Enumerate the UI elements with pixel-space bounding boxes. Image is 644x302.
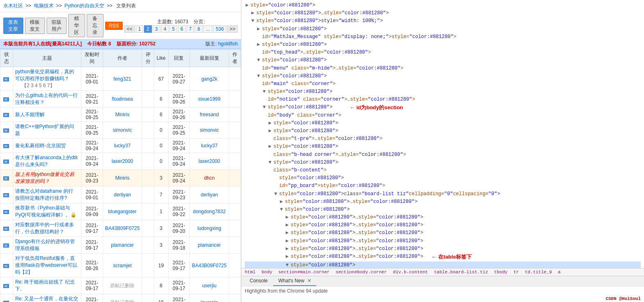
thread-author[interactable]: Miniris [103, 170, 142, 187]
thread-author[interactable]: lucky37 [103, 139, 142, 153]
breadcrumb-section[interactable]: 电脑技术 [34, 3, 54, 9]
tree-toggle[interactable]: ▶ [257, 41, 262, 49]
code-tree-line[interactable]: ▼style="color:#881280">class="b-content"… [245, 159, 641, 174]
page-last[interactable]: >> [227, 25, 238, 33]
code-tree-line[interactable]: style="color:#881280">id="pp_board">styl… [245, 174, 641, 190]
thread-title-link[interactable]: 新人不能理解 [15, 112, 45, 117]
code-tree-line[interactable]: ▶style="color:#881280">class="b-head cor… [245, 143, 641, 158]
thread-latest-reply-author[interactable]: freesand [190, 108, 229, 122]
tree-toggle[interactable]: ▼ [257, 72, 262, 80]
code-tree-line[interactable]: ▼style="color:#881280">id="body" class="… [245, 104, 641, 119]
tree-toggle[interactable]: ▶ [286, 253, 290, 261]
close-whats-new-button[interactable]: ✕ [307, 278, 311, 284]
tree-toggle[interactable]: ▼ [274, 190, 279, 198]
breadcrumb-subsection[interactable]: Python的自由天空 [64, 3, 104, 9]
page-3[interactable]: 3 [153, 25, 160, 33]
tree-toggle[interactable]: ▼ [286, 261, 290, 268]
breadcrumb-element[interactable]: a [558, 270, 561, 275]
code-tree-line[interactable]: ▶style="color:#881280">…style="color:#88… [245, 214, 641, 221]
tab-whats-new[interactable]: What's New ✕ [273, 276, 316, 286]
page-first[interactable]: << [124, 25, 135, 33]
code-tree-line[interactable]: ▼style="color:#881280">id="menu" class="… [245, 56, 641, 72]
breadcrumb-element[interactable]: table.board-list.tiz [434, 270, 488, 275]
thread-author[interactable]: BA43B09F0725 [103, 220, 142, 237]
tree-toggle[interactable]: ▶ [257, 25, 262, 33]
tree-toggle[interactable]: ▼ [280, 206, 285, 214]
thread-title[interactable]: 请教怎么对dataframe 的行 按照特定顺序进行排序? [13, 187, 81, 203]
tree-toggle[interactable]: ▶ [251, 9, 256, 17]
thread-title-link[interactable]: 量化私募招聘-北京国贸 [15, 143, 66, 149]
thread-author[interactable]: Miniris [103, 108, 142, 122]
tree-toggle[interactable]: ▶ [286, 237, 290, 245]
code-tree-line[interactable]: ▶style="color:#881280">…style="color:#88… [245, 221, 641, 229]
thread-title[interactable]: 对应数据库中的一行或者多行，什么数据结构好？ [13, 220, 81, 237]
thread-title-link[interactable]: Re: 又是一个通宵，在量化交易的路越来 越清晰【2】 [15, 296, 78, 302]
page-1[interactable]: 1 [136, 25, 144, 33]
tree-toggle[interactable]: ▶ [268, 127, 273, 135]
code-tree-line[interactable]: ▶style="color:#881280">…style="color:#88… [245, 237, 641, 245]
thread-title-link[interactable]: Re: 终于能画出娃线了 纪念下, [15, 279, 74, 292]
breadcrumb-home[interactable]: 水木社区 [3, 3, 23, 9]
code-tree-line[interactable]: ▼style="color:#881280">style="width: 100… [245, 17, 641, 25]
thread-title[interactable]: 对于低负荷Restful服务，直接用flask自带webserver可以吗【2】 [13, 254, 81, 277]
thread-title[interactable]: 量化私募招聘-北京国贸 [13, 139, 81, 153]
code-tree-line[interactable]: ▶style="color:#881280">…style="color:#88… [245, 9, 641, 17]
thread-title-link[interactable]: 对应数据库中的一行或者多行，什么数据结构好？ [15, 222, 74, 234]
elite-button[interactable]: 精华区 [68, 14, 85, 37]
thread-title-link[interactable]: 版上有用python做量化交易发家致富的吗？ [15, 171, 74, 184]
breadcrumb-element[interactable]: body [261, 270, 272, 275]
code-tree-line[interactable]: ▼style="color:#881280">id="main" class="… [245, 72, 641, 88]
thread-title[interactable]: 有大侠了解anaconda上的dtk是什么来头吗? [13, 153, 81, 170]
breadcrumb-element[interactable]: section#body.corner [336, 270, 387, 275]
code-tree-line[interactable]: ▶style="color:#881280">…style="color:#88… [245, 198, 641, 206]
thread-latest-reply-author[interactable]: derliyan [190, 187, 229, 203]
thread-author[interactable]: simonvic [103, 122, 142, 139]
thread-latest-reply-author[interactable]: ludongxing [190, 220, 229, 237]
breadcrumb-element[interactable]: section#main.corner [278, 270, 329, 275]
page-8[interactable]: 8 [195, 25, 203, 33]
thread-latest-reply-author[interactable]: lucky37 [190, 139, 229, 153]
thread-title-link[interactable]: 推荐新书《Python基础与PyQt可视化编程详解》。🔒 [15, 205, 77, 218]
tree-toggle[interactable]: ▼ [263, 88, 268, 96]
moderator-link[interactable]: hgoldfish [218, 41, 238, 47]
breadcrumb-element[interactable]: tr [513, 270, 519, 275]
rss-button[interactable]: RSS [105, 22, 123, 30]
page-last-num[interactable]: 536 [213, 25, 226, 33]
resident-user-button[interactable]: 驻版用户 [47, 18, 67, 34]
tree-toggle[interactable]: ▶ [286, 229, 290, 237]
thread-latest-reply-author[interactable]: dongdong7832 [190, 203, 229, 220]
thread-author[interactable]: 原帖已删除 [103, 277, 142, 294]
thread-author[interactable]: feng321 [103, 67, 142, 91]
page-4[interactable]: 4 [161, 25, 169, 33]
thread-title[interactable]: Re: 终于能画出娃线了 纪念下, [13, 277, 81, 294]
page-2[interactable]: 2 [144, 25, 152, 33]
thread-author[interactable]: derliyan [103, 187, 142, 203]
devtools-code-tree[interactable]: ▶style="color:#881280">▶style="color:#88… [241, 0, 644, 268]
breadcrumb-element[interactable]: tbody [494, 270, 507, 275]
breadcrumb-element[interactable]: html [245, 270, 255, 275]
thread-latest-reply-author[interactable]: loverain [190, 294, 229, 302]
page-7[interactable]: 7 [187, 25, 194, 33]
thread-title[interactable]: 版上有用python做量化交易发家致富的吗？ [13, 170, 81, 187]
code-tree-line[interactable]: ▶style="color:#881280">…style="color:#88… [245, 253, 641, 261]
thread-title[interactable]: python量化交易编程，真的可以用程序炒股赚钱吗？【2 3 4 5 6 7】 [13, 67, 81, 91]
code-tree-line[interactable]: ▶style="color:#881280">…style="color:#88… [245, 245, 641, 253]
thread-title-link[interactable]: Django有什么好的进销存管理系统模板 [15, 239, 75, 251]
code-tree-line[interactable]: ▶style="color:#881280"> [245, 2, 641, 9]
thread-author[interactable]: 原帖已删除 [103, 294, 142, 302]
thread-title[interactable]: 推荐新书《Python基础与PyQt可视化编程详解》。🔒 [13, 203, 81, 220]
thread-title-link[interactable]: 请教怎么对dataframe 的行 按照特定顺序进行排序? [15, 188, 73, 201]
thread-latest-reply-author[interactable]: BA43B09F0725 [190, 254, 229, 277]
tree-toggle[interactable]: ▶ [286, 245, 290, 253]
code-tree-line[interactable]: ▼style="color:#881280"> [245, 206, 641, 214]
thread-author[interactable]: floatinsea [103, 91, 142, 108]
thread-title-link[interactable]: 有大侠了解anaconda上的dtk是什么来头吗? [15, 155, 78, 167]
thread-title-link[interactable]: 对于低负荷Restful服务，直接用flask自带webserver可以吗【2】 [15, 255, 77, 275]
code-tree-line[interactable]: ▶style="color:#881280">id="MathJax_Messa… [245, 25, 641, 41]
code-tree-line[interactable]: ▶style="color:#881280">id="top_head">…st… [245, 41, 641, 56]
code-tree-line[interactable]: ▼style="color:#881280">class="board-list… [245, 190, 641, 198]
thread-latest-reply-author[interactable]: userjiu [190, 277, 229, 294]
thread-title[interactable]: Re: 又是一个通宵，在量化交易的路越来 越清晰【2】 [13, 294, 81, 302]
thread-title[interactable]: 为什么github上有的代码一行注释都没有？ [13, 91, 81, 108]
template-post-button[interactable]: 模板发文 [25, 18, 45, 34]
